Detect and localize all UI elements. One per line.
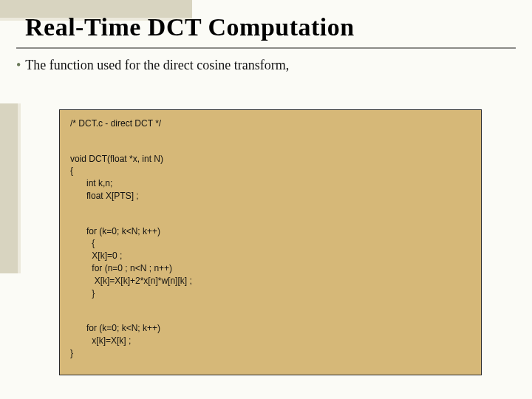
code-loop1-brace-open: { [70,238,95,248]
left-accent-thin [18,103,21,273]
code-signature: void DCT(float *x, int N) [70,154,163,164]
code-loop1-inner-for: for (n=0 ; n<N ; n++) [70,263,172,273]
code-box: /* DCT.c - direct DCT */ void DCT(float … [59,109,482,375]
bullet-line: •The function used for the direct cosine… [16,58,289,73]
left-accent-bar [0,103,18,273]
slide: Real-Time DCT Computation •The function … [0,0,532,399]
code-comment: /* DCT.c - direct DCT */ [70,117,471,130]
code-brace-close: } [70,348,73,358]
code-loop2-for: for (k=0; k<N; k++) [70,323,160,333]
title-underline [16,47,516,49]
code-loop1-body: X[k]=X[k]+2*x[n]*w[n][k] ; [70,276,192,286]
bullet-icon: • [16,58,21,72]
slide-title: Real-Time DCT Computation [25,13,355,41]
bullet-text: The function used for the direct cosine … [25,58,289,72]
code-loop1-init: X[k]=0 ; [70,250,122,261]
code-loop2-body: x[k]=X[k] ; [70,335,131,346]
code-loop-2: for (k=0; k<N; k++) x[k]=X[k] ; } [70,310,471,359]
code-loop1-brace-close: } [70,288,95,299]
code-loop1-for: for (k=0; k<N; k++) [70,226,160,236]
code-decl-2: float X[PTS] ; [70,191,139,201]
code-brace-open: { [70,166,73,176]
code-decl-1: int k,n; [70,178,112,188]
code-loop-1: for (k=0; k<N; k++) { X[k]=0 ; for (n=0 … [70,213,471,300]
code-signature-block: void DCT(float *x, int N) { int k,n; flo… [70,140,471,202]
